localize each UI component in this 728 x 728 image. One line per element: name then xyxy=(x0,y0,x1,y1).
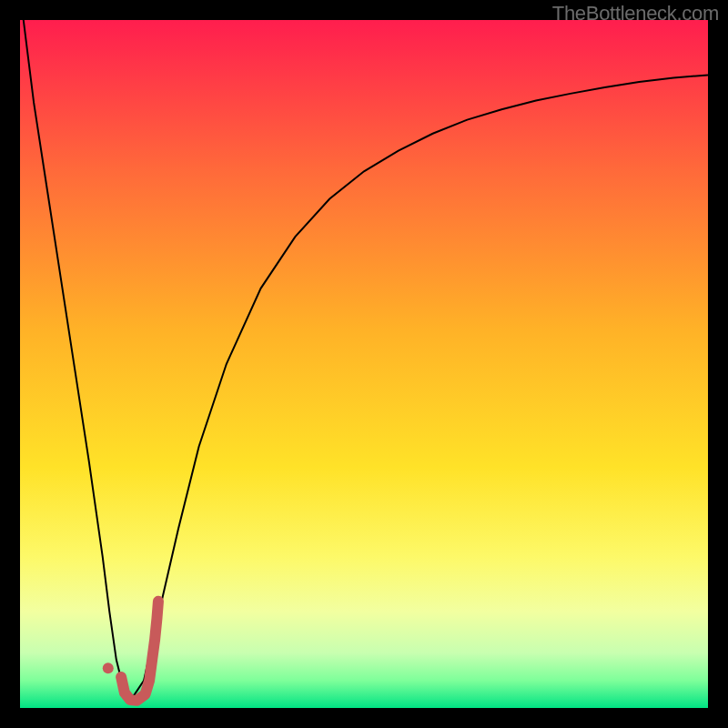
watermark-text: TheBottleneck.com xyxy=(552,2,719,25)
chart-frame: TheBottleneck.com xyxy=(0,0,728,728)
marker-dot xyxy=(103,662,114,673)
chart-svg xyxy=(20,20,708,708)
plot-area xyxy=(20,20,708,708)
gradient-background xyxy=(20,20,708,708)
